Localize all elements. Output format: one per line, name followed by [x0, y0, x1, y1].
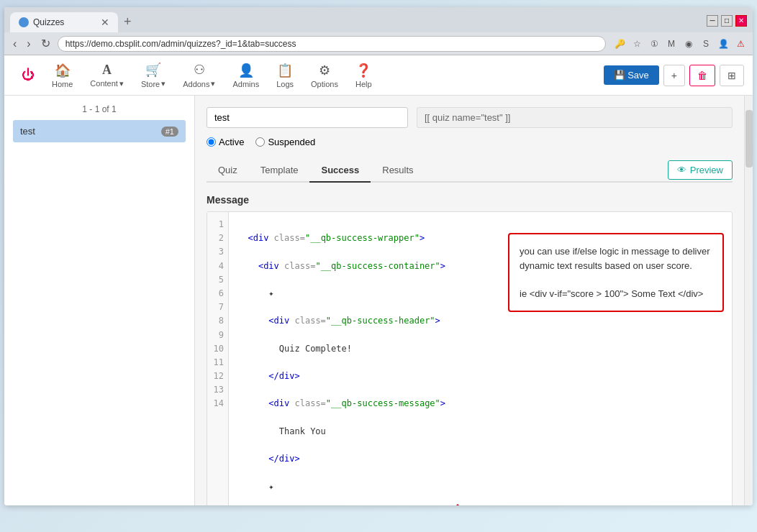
- home-icon: 🏠: [55, 63, 71, 78]
- navbar-logs-label: Logs: [276, 80, 294, 88]
- power-icon: ⏻: [22, 68, 35, 83]
- star-icon[interactable]: ☆: [630, 37, 643, 50]
- scroll-thumb[interactable]: [745, 110, 753, 168]
- preview-label: Preview: [690, 165, 723, 175]
- navbar-addons-label: Addons: [183, 80, 209, 88]
- navbar-power[interactable]: ⏻: [13, 62, 43, 88]
- window-controls: ─ □ ✕: [707, 15, 747, 29]
- navbar-addons[interactable]: ⚇ Addons ▾: [174, 56, 224, 94]
- navbar-store[interactable]: 🛒 Store ▾: [132, 56, 174, 94]
- reload-button[interactable]: ↻: [38, 35, 53, 52]
- navbar-options-label: Options: [311, 80, 338, 88]
- back-button[interactable]: ‹: [10, 36, 19, 52]
- navbar-home-label: Home: [52, 80, 73, 88]
- logs-icon: 📋: [277, 63, 293, 78]
- content-arrow-icon: ▾: [119, 79, 124, 88]
- callout-line2: dynamic text results based on user score…: [520, 259, 712, 273]
- tab-bar: Quizzes ✕ + ─ □ ✕: [4, 7, 753, 32]
- address-bar: ‹ › ↻ 🔑 ☆ ① M ◉ S 👤 ⚠: [4, 32, 753, 55]
- right-scrollbar[interactable]: [744, 96, 753, 505]
- tab-results[interactable]: Results: [371, 159, 425, 183]
- key-icon: 🔑: [613, 37, 626, 50]
- quiz-name-input[interactable]: [207, 107, 408, 128]
- store-icon: 🛒: [145, 62, 161, 78]
- shortcode-display: [[ quiz name="test" ]]: [417, 107, 733, 128]
- tab-title: Quizzes: [33, 17, 64, 27]
- content-icon: A: [102, 63, 112, 78]
- browser-icons: 🔑 ☆ ① M ◉ S 👤 ⚠: [613, 37, 747, 50]
- tabs-bar: Quiz Template Success Results 👁 Preview: [207, 159, 733, 183]
- preview-button[interactable]: 👁 Preview: [668, 160, 733, 180]
- sidebar-count: 1 - 1 of 1: [13, 104, 186, 114]
- ext3-icon: ◉: [682, 37, 695, 50]
- content-area: [[ quiz name="test" ]] Active Suspended: [195, 96, 744, 505]
- navbar-admins[interactable]: 👤 Admins: [224, 57, 268, 94]
- warning-icon: ⚠: [734, 37, 747, 50]
- add-button[interactable]: +: [663, 65, 685, 86]
- sidebar: 1 - 1 of 1 test #1: [4, 96, 195, 505]
- close-button[interactable]: ✕: [735, 15, 747, 27]
- admins-icon: 👤: [238, 63, 254, 78]
- radio-active[interactable]: Active: [207, 137, 244, 147]
- sidebar-item-label: test: [20, 126, 35, 137]
- sidebar-item-test[interactable]: test #1: [13, 120, 186, 142]
- eye-icon: 👁: [677, 165, 686, 175]
- tab-success[interactable]: Success: [309, 159, 371, 183]
- options-icon: ⚙: [319, 63, 330, 78]
- addons-arrow-icon: ▾: [211, 79, 215, 88]
- line-numbers: 1 2 3 4 5 6 7 8 9 10 11: [207, 212, 229, 505]
- delete-button[interactable]: 🗑: [689, 65, 715, 86]
- minimize-button[interactable]: ─: [707, 15, 718, 27]
- radio-active-input[interactable]: [207, 137, 216, 147]
- browser-tab[interactable]: Quizzes ✕: [10, 12, 118, 32]
- maximize-button[interactable]: □: [721, 15, 733, 27]
- code-editor-container: 1 2 3 4 5 6 7 8 9 10 11: [207, 211, 733, 505]
- navbar-store-label: Store: [141, 80, 160, 88]
- callout-line3: ie <div v-if="score > 100"> Some Text </…: [520, 287, 712, 301]
- store-arrow-icon: ▾: [161, 79, 166, 88]
- app-navbar: ⏻ 🏠 Home A Content ▾ 🛒 Store ▾: [4, 55, 753, 96]
- radio-group-status: Active Suspended: [207, 137, 733, 147]
- sidebar-item-badge: #1: [161, 127, 178, 137]
- url-input[interactable]: [58, 36, 606, 52]
- addons-icon: ⚇: [194, 62, 205, 78]
- radio-suspended-input[interactable]: [255, 137, 265, 147]
- radio-active-label: Active: [219, 137, 244, 147]
- help-icon: ❓: [355, 63, 371, 78]
- navbar-options[interactable]: ⚙ Options: [302, 57, 347, 94]
- message-section-label: Message: [207, 194, 733, 206]
- save-button[interactable]: 💾 Save: [604, 65, 659, 85]
- navbar-logs[interactable]: 📋 Logs: [268, 57, 302, 94]
- navbar-actions: 💾 Save + 🗑 ⊞: [604, 65, 744, 86]
- radio-suspended-label: Suspended: [268, 137, 315, 147]
- callout-line1: you can use if/else logic in message to …: [520, 244, 712, 259]
- navbar-admins-label: Admins: [232, 80, 259, 88]
- tab-close-button[interactable]: ✕: [101, 17, 109, 28]
- callout-box: you can use if/else logic in message to …: [508, 233, 724, 312]
- form-row-name: [[ quiz name="test" ]]: [207, 107, 733, 128]
- forward-button[interactable]: ›: [24, 36, 33, 52]
- profile-icon: 👤: [717, 37, 730, 50]
- radio-suspended[interactable]: Suspended: [255, 137, 315, 147]
- ext1-icon: ①: [648, 37, 661, 50]
- navbar-help-label: Help: [355, 80, 372, 88]
- tab-quiz[interactable]: Quiz: [207, 159, 249, 183]
- tab-favicon: [19, 17, 29, 27]
- tab-template[interactable]: Template: [249, 159, 310, 183]
- resize-button[interactable]: ⊞: [720, 65, 744, 86]
- navbar-home[interactable]: 🏠 Home: [43, 57, 81, 94]
- navbar-content[interactable]: A Content ▾: [81, 57, 132, 94]
- navbar-content-label: Content: [90, 79, 118, 88]
- navbar-help[interactable]: ❓ Help: [347, 57, 381, 94]
- ext4-icon: S: [699, 37, 712, 50]
- ext2-icon: M: [665, 37, 678, 50]
- new-tab-button[interactable]: +: [118, 12, 137, 32]
